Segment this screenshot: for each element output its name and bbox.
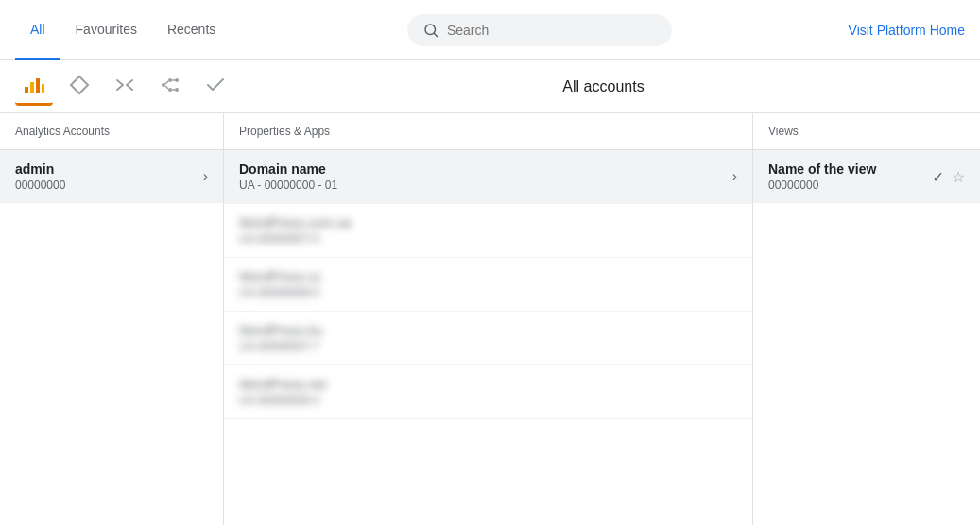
svg-line-11 <box>165 81 168 84</box>
property-id: UA-00000008-4 <box>239 394 737 407</box>
svg-rect-3 <box>30 82 34 93</box>
properties-column-header: Properties & Apps <box>224 113 752 150</box>
accounts-list: admin 00000000 › <box>0 150 223 525</box>
visit-platform-home-link[interactable]: Visit Platform Home <box>849 23 965 38</box>
views-list: Name of the view 00000000 ✓ ☆ <box>753 150 980 525</box>
property-item-2[interactable]: WordPress.cz UA-00000008-0 <box>224 258 752 312</box>
property-info: WordPress.net UA-00000008-4 <box>239 377 737 407</box>
property-name: WordPress.net <box>239 377 737 392</box>
top-nav: All Favourites Recents Visit Platform Ho… <box>0 0 980 60</box>
svg-point-6 <box>162 83 165 87</box>
svg-point-9 <box>175 78 179 82</box>
svg-rect-2 <box>25 87 28 93</box>
check-selected-icon: ✓ <box>932 168 944 186</box>
analytics-icon-button[interactable] <box>15 68 53 106</box>
property-name: WordPress.cz <box>239 269 737 284</box>
svg-point-10 <box>175 88 179 92</box>
tab-favourites[interactable]: Favourites <box>60 1 152 60</box>
property-name: WordPress.com.ua <box>239 215 737 230</box>
properties-list: Domain name UA - 00000000 - 01 › WordPre… <box>224 150 752 525</box>
property-id: UA-00000007-7 <box>239 340 737 353</box>
accounts-column-header: Analytics Accounts <box>0 113 223 150</box>
account-info: admin 00000000 <box>15 161 203 192</box>
property-info: Domain name UA - 00000000 - 01 <box>239 161 732 192</box>
property-item-4[interactable]: WordPress.net UA-00000008-4 <box>224 365 752 419</box>
search-input[interactable] <box>447 23 657 38</box>
chevron-right-icon: › <box>732 168 737 185</box>
property-item-1[interactable]: WordPress.com.ua UA-00000007-0 <box>224 204 752 258</box>
all-accounts-label: All accounts <box>242 78 965 95</box>
search-icon <box>422 22 439 39</box>
chevron-right-icon: › <box>203 168 208 185</box>
search-box <box>407 14 672 46</box>
property-id: UA - 00000000 - 01 <box>239 178 732 192</box>
svg-rect-4 <box>36 78 40 93</box>
star-favourite-icon[interactable]: ☆ <box>952 168 965 186</box>
search-container <box>231 14 848 46</box>
svg-point-7 <box>168 78 172 82</box>
account-item[interactable]: admin 00000000 › <box>0 150 223 203</box>
view-item[interactable]: Name of the view 00000000 ✓ ☆ <box>753 150 980 203</box>
property-info: WordPress.hu UA-00000007-7 <box>239 323 737 353</box>
view-actions: ✓ ☆ <box>932 168 965 186</box>
accounts-column: Analytics Accounts admin 00000000 › <box>0 113 224 525</box>
check-icon-button[interactable] <box>197 68 234 106</box>
account-id: 00000000 <box>15 178 203 192</box>
property-item-active[interactable]: Domain name UA - 00000000 - 01 › <box>224 150 752 204</box>
properties-column: Properties & Apps Domain name UA - 00000… <box>224 113 753 525</box>
views-column-header: Views <box>753 113 980 150</box>
views-column: Views Name of the view 00000000 ✓ ☆ <box>753 113 980 525</box>
view-name: Name of the view <box>768 161 932 177</box>
surveys-icon-button[interactable] <box>151 68 189 106</box>
nav-tabs: All Favourites Recents <box>15 0 231 59</box>
tab-all[interactable]: All <box>15 1 60 60</box>
view-info: Name of the view 00000000 <box>768 161 932 192</box>
property-info: WordPress.cz UA-00000008-0 <box>239 269 737 299</box>
svg-point-8 <box>168 88 172 92</box>
property-name: Domain name <box>239 161 732 177</box>
property-name: WordPress.hu <box>239 323 737 338</box>
svg-rect-5 <box>42 84 44 93</box>
columns-container: Analytics Accounts admin 00000000 › Prop… <box>0 113 980 525</box>
svg-point-0 <box>425 25 436 35</box>
property-id: UA-00000007-0 <box>239 232 737 246</box>
icon-toolbar: All accounts <box>0 60 980 113</box>
view-id: 00000000 <box>768 178 932 192</box>
property-info: WordPress.com.ua UA-00000007-0 <box>239 215 737 246</box>
svg-line-1 <box>434 33 437 36</box>
tab-recents[interactable]: Recents <box>152 1 231 60</box>
optimize-icon-button[interactable] <box>106 68 144 106</box>
account-name: admin <box>15 161 203 177</box>
property-item-3[interactable]: WordPress.hu UA-00000007-7 <box>224 312 752 365</box>
property-id: UA-00000008-0 <box>239 286 737 299</box>
svg-line-12 <box>165 86 168 89</box>
tag-manager-icon-button[interactable] <box>60 68 98 106</box>
